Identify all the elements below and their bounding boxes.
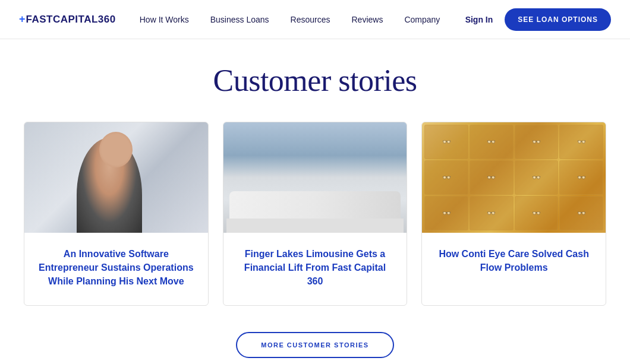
glasses-cell (470, 125, 514, 159)
glasses-cell (515, 160, 559, 195)
glasses-cell (515, 125, 559, 159)
glasses-cell (470, 196, 514, 230)
glasses-cell (559, 196, 603, 230)
logo-link[interactable]: + FASTCAPITAL360 (19, 13, 116, 26)
logo-plus: + (19, 13, 26, 26)
more-stories-wrap: MORE CUSTOMER STORIES (19, 332, 611, 358)
cards-grid: An Innovative Software Entrepreneur Sust… (24, 122, 606, 306)
nav-right: Sign In SEE LOAN OPTIONS (465, 8, 611, 31)
card-photo-3 (422, 122, 606, 233)
main-content: Customer stories An Innovative Software … (0, 39, 630, 364)
nav-link-how-it-works[interactable]: How It Works (140, 15, 189, 24)
glasses-cell (559, 125, 603, 159)
glasses-cell (424, 125, 468, 159)
card-image-1 (24, 122, 208, 233)
card-photo-1 (24, 122, 208, 233)
story-card-2[interactable]: Finger Lakes Limousine Gets a Financial … (223, 122, 408, 306)
page-title: Customer stories (19, 63, 611, 98)
card-body-3: How Conti Eye Care Solved Cash Flow Prob… (422, 233, 606, 291)
card-body-2: Finger Lakes Limousine Gets a Financial … (223, 233, 407, 305)
navbar: + FASTCAPITAL360 How It Works Business L… (0, 0, 630, 39)
glasses-cell (559, 160, 603, 195)
glasses-cell (470, 160, 514, 195)
nav-link-company[interactable]: Company (404, 15, 440, 24)
card-image-3 (422, 122, 606, 233)
story-card-3[interactable]: How Conti Eye Care Solved Cash Flow Prob… (421, 122, 606, 306)
card-title-1: An Innovative Software Entrepreneur Sust… (36, 247, 196, 289)
card-title-3: How Conti Eye Care Solved Cash Flow Prob… (434, 247, 594, 274)
story-card-1[interactable]: An Innovative Software Entrepreneur Sust… (24, 122, 209, 306)
more-stories-button[interactable]: MORE CUSTOMER STORIES (236, 332, 393, 358)
card-photo-2 (223, 122, 407, 233)
cta-button[interactable]: SEE LOAN OPTIONS (505, 8, 611, 31)
sign-in-link[interactable]: Sign In (465, 15, 493, 24)
card-image-2 (223, 122, 407, 233)
logo-text: FASTCAPITAL360 (26, 14, 116, 26)
glasses-cell (515, 196, 559, 230)
nav-link-business-loans[interactable]: Business Loans (210, 15, 269, 24)
glasses-cell (424, 196, 468, 230)
nav-links: How It Works Business Loans Resources Re… (140, 15, 465, 24)
card-body-1: An Innovative Software Entrepreneur Sust… (24, 233, 208, 305)
nav-link-reviews[interactable]: Reviews (351, 15, 383, 24)
nav-link-resources[interactable]: Resources (291, 15, 330, 24)
glasses-cell (424, 160, 468, 195)
card-title-2: Finger Lakes Limousine Gets a Financial … (235, 247, 395, 289)
